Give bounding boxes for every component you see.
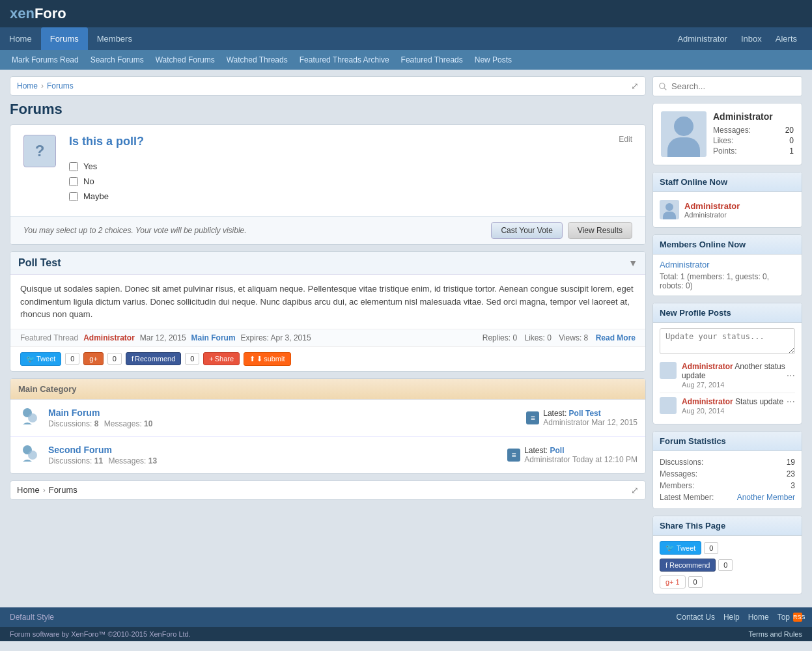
staff-info-1: Administrator Administrator — [684, 201, 740, 219]
gplus-count: 0 — [107, 353, 122, 365]
poll-buttons: Cast Your Vote View Results — [491, 222, 632, 239]
post-more-2[interactable]: ··· — [787, 396, 795, 408]
recommend-button[interactable]: f Recommend — [126, 352, 181, 365]
forum-name-1[interactable]: Main Forum — [48, 408, 100, 418]
footer-expand-icon[interactable]: ⤢ — [631, 485, 639, 495]
post-avatar-2 — [660, 397, 677, 414]
footer-breadcrumb-forums[interactable]: Forums — [49, 485, 77, 495]
sub-nav-featured-archive[interactable]: Featured Threads Archive — [294, 53, 395, 66]
reddit-icon: ⬆ — [249, 355, 255, 363]
profile-avatar — [661, 111, 707, 157]
footer-top[interactable]: Top — [777, 613, 790, 622]
sidebar-recommend-button[interactable]: f Recommend — [660, 559, 716, 572]
poll-checkbox-no[interactable] — [69, 177, 78, 186]
staff-avatar-inner-1 — [660, 200, 679, 219]
sidebar-tweet-button[interactable]: 🐦 Tweet — [660, 541, 701, 555]
breadcrumb-links: Home › Forums — [17, 81, 74, 90]
footer-breadcrumb-home[interactable]: Home — [17, 485, 40, 495]
nav-members[interactable]: Members — [88, 27, 141, 50]
tweet-button[interactable]: 🐦 Tweet — [20, 352, 61, 366]
poll-content: Is this a poll? Edit Yes No Maybe — [69, 135, 632, 206]
status-input-wrap — [660, 328, 795, 354]
sidebar-gplus-button[interactable]: g+1 — [660, 575, 686, 589]
breadcrumb-forums[interactable]: Forums — [47, 81, 74, 90]
staff-name-1[interactable]: Administrator — [684, 201, 740, 211]
read-more-link[interactable]: Read More — [596, 333, 636, 342]
poll-box: ? Is this a poll? Edit Yes No — [10, 124, 646, 245]
footer-home[interactable]: Home — [748, 613, 769, 622]
sub-nav-mark-forums-read[interactable]: Mark Forums Read — [7, 53, 84, 66]
latest-date-2: Today at 12:10 PM — [572, 455, 637, 464]
logo[interactable]: xenForo — [10, 5, 66, 22]
sub-nav-featured-threads[interactable]: Featured Threads — [396, 53, 468, 66]
sidebar: Administrator Messages: 20 Likes: 0 Poin… — [652, 76, 802, 601]
forum-icon-2 — [18, 443, 42, 467]
sub-nav-new-posts[interactable]: New Posts — [469, 53, 517, 66]
forum-row-1: Main Forum Discussions: 8 Messages: 10 L… — [10, 400, 645, 437]
stat-latest-member-val[interactable]: Another Member — [737, 493, 795, 502]
logo-f: Foro — [35, 5, 66, 21]
forum-name-2[interactable]: Second Forum — [48, 445, 112, 455]
tweet-label: Tweet — [36, 355, 55, 363]
footer-contact[interactable]: Contact Us — [677, 613, 715, 622]
gplus-button[interactable]: g+ — [83, 352, 104, 365]
share-page-body: 🐦 Tweet 0 f Recommend 0 g+1 0 — [653, 536, 802, 594]
thread-toggle[interactable]: ▼ — [628, 258, 637, 268]
profile-name[interactable]: Administrator — [713, 111, 794, 122]
view-results-button[interactable]: View Results — [568, 222, 632, 239]
share-button[interactable]: + Share — [203, 352, 240, 365]
profile-points-val: 1 — [789, 146, 794, 156]
reddit-button[interactable]: ⬆ ⬇ submit — [244, 352, 290, 366]
poll-checkbox-maybe[interactable] — [69, 192, 78, 201]
sub-nav-watched-forums[interactable]: Watched Forums — [150, 53, 220, 66]
new-profile-posts-body: Administrator Another status update ··· … — [653, 323, 802, 424]
site-footer: Default Style Contact Us Help Home Top R… — [0, 607, 812, 627]
poll-edit-link[interactable]: Edit — [619, 135, 632, 144]
expand-icon[interactable]: ⤢ — [631, 81, 639, 91]
rss-icon[interactable]: RSS — [793, 613, 802, 622]
poll-checkbox-yes[interactable] — [69, 162, 78, 171]
status-input[interactable] — [660, 328, 795, 354]
nav-home[interactable]: Home — [0, 27, 41, 50]
latest-thread-2[interactable]: Poll — [550, 446, 564, 455]
latest-label-1: Latest: — [543, 409, 568, 418]
post-author-2[interactable]: Administrator — [682, 397, 733, 406]
latest-thread-1[interactable]: Poll Test — [569, 409, 601, 418]
poll-title: Is this a poll? — [69, 135, 144, 148]
poll-footer: You may select up to 2 choices. Your vot… — [10, 216, 645, 244]
footer-help[interactable]: Help — [723, 613, 740, 622]
main-container: Home › Forums ⤢ Forums ? Is this a poll?… — [0, 70, 812, 607]
sub-nav-search-forums[interactable]: Search Forums — [85, 53, 149, 66]
thread-forum-link[interactable]: Main Forum — [191, 333, 236, 342]
forum-statistics-title: Forum Statistics — [653, 432, 802, 451]
footer-style[interactable]: Default Style — [10, 613, 54, 622]
stat-discussions-val: 19 — [787, 458, 795, 467]
poll-option-maybe: Maybe — [69, 191, 632, 201]
stat-messages: Messages: 23 — [660, 468, 795, 480]
thread-meta: Featured Thread Administrator Mar 12, 20… — [10, 329, 645, 347]
nav-alerts[interactable]: Alerts — [770, 27, 802, 50]
mini-body-1 — [663, 212, 676, 219]
staff-avatar-1 — [660, 200, 679, 219]
members-online-link[interactable]: Administrator — [660, 260, 710, 270]
cast-vote-button[interactable]: Cast Your Vote — [491, 222, 562, 239]
search-input[interactable] — [652, 76, 802, 96]
nav-inbox[interactable]: Inbox — [736, 27, 767, 50]
sub-nav-watched-threads[interactable]: Watched Threads — [221, 53, 293, 66]
breadcrumb-home[interactable]: Home — [17, 81, 38, 90]
sidebar-gplus-count: 0 — [688, 576, 703, 588]
poll-footer-text: You may select up to 2 choices. Your vot… — [23, 226, 247, 235]
terms-link[interactable]: Terms and Rules — [748, 630, 802, 638]
members-online-name: Administrator — [660, 260, 795, 270]
post-author-1[interactable]: Administrator — [682, 362, 733, 371]
nav-administrator[interactable]: Administrator — [672, 27, 733, 50]
share-gplus-row: g+1 0 — [660, 575, 795, 589]
sidebar-recommend-count: 0 — [718, 559, 733, 571]
post-more-1[interactable]: ··· — [787, 370, 795, 381]
forum-discussions-2: 11 — [94, 456, 103, 465]
stat-members: Members: 3 — [660, 480, 795, 492]
latest-icon-2 — [507, 449, 520, 462]
nav-forums[interactable]: Forums — [41, 27, 88, 50]
thread-author[interactable]: Administrator — [83, 333, 135, 342]
main-content: Home › Forums ⤢ Forums ? Is this a poll?… — [10, 76, 646, 601]
